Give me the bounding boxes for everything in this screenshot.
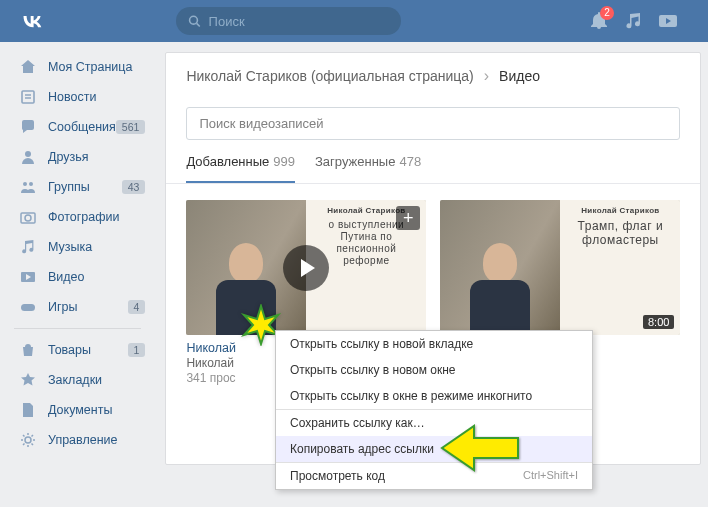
- annotation-arrow-icon: [440, 424, 520, 476]
- market-icon: [18, 340, 38, 360]
- tab-added[interactable]: Добавленные999: [186, 154, 295, 183]
- play-icon[interactable]: [283, 245, 329, 291]
- sidebar-item-admin[interactable]: Управление: [0, 425, 155, 455]
- sidebar-item-label: Музыка: [48, 240, 92, 254]
- home-icon: [18, 57, 38, 77]
- breadcrumb: Николай Стариков (официальная страница) …: [166, 53, 700, 99]
- svg-line-1: [197, 23, 200, 26]
- ctx-label: Копировать адрес ссылки: [290, 442, 434, 456]
- header: 2: [0, 0, 708, 42]
- video-icon: [18, 267, 38, 287]
- notifications-icon[interactable]: 2: [590, 12, 608, 30]
- search-icon: [188, 14, 201, 28]
- sidebar-item-groups[interactable]: Группы43: [0, 172, 155, 202]
- video-thumbnail[interactable]: Николай Стариково выступлении Путина по …: [186, 200, 426, 335]
- search-box[interactable]: [176, 7, 401, 35]
- context-menu: Открыть ссылку в новой вкладке Открыть с…: [275, 330, 593, 490]
- sidebar: Моя Страница Новости Сообщения561 Друзья…: [0, 42, 155, 465]
- breadcrumb-current: Видео: [499, 68, 540, 84]
- svg-point-13: [25, 437, 31, 443]
- notification-badge: 2: [600, 6, 614, 20]
- sidebar-count: 4: [128, 300, 146, 314]
- sidebar-item-label: Управление: [48, 433, 118, 447]
- sidebar-item-music[interactable]: Музыка: [0, 232, 155, 262]
- sidebar-item-label: Сообщения: [48, 120, 116, 134]
- bookmarks-icon: [18, 370, 38, 390]
- context-menu-item-save-link[interactable]: Сохранить ссылку как…: [276, 410, 592, 436]
- sidebar-item-label: Закладки: [48, 373, 102, 387]
- sidebar-item-messages[interactable]: Сообщения561: [0, 112, 155, 142]
- tab-count: 999: [273, 154, 295, 169]
- sidebar-item-market[interactable]: Товары1: [0, 335, 155, 365]
- sidebar-item-label: Друзья: [48, 150, 89, 164]
- context-menu-item-copy-link[interactable]: Копировать адрес ссылки: [276, 436, 592, 462]
- sidebar-count: 561: [116, 120, 146, 134]
- ctx-label: Открыть ссылку в новой вкладке: [290, 337, 473, 351]
- svg-point-6: [25, 151, 31, 157]
- svg-point-7: [23, 182, 27, 186]
- tab-count: 478: [399, 154, 421, 169]
- tab-label: Загруженные: [315, 154, 395, 169]
- sidebar-item-label: Игры: [48, 300, 77, 314]
- sidebar-count: 43: [122, 180, 146, 194]
- sidebar-item-label: Группы: [48, 180, 90, 194]
- sidebar-item-news[interactable]: Новости: [0, 82, 155, 112]
- sidebar-item-games[interactable]: Игры4: [0, 292, 155, 322]
- ctx-label: Открыть ссылку в окне в режиме инкогнито: [290, 389, 532, 403]
- sidebar-item-label: Документы: [48, 403, 112, 417]
- breadcrumb-parent[interactable]: Николай Стариков (официальная страница): [186, 68, 473, 84]
- admin-icon: [18, 430, 38, 450]
- ctx-label: Сохранить ссылку как…: [290, 416, 425, 430]
- ctx-label: Открыть ссылку в новом окне: [290, 363, 456, 377]
- vk-logo-icon[interactable]: [18, 7, 46, 35]
- sidebar-count: 1: [128, 343, 146, 357]
- music-header-icon[interactable]: [624, 12, 642, 30]
- sidebar-separator: [14, 328, 141, 329]
- search-input[interactable]: [209, 14, 389, 29]
- photos-icon: [18, 207, 38, 227]
- sidebar-item-docs[interactable]: Документы: [0, 395, 155, 425]
- video-thumbnail[interactable]: Николай СтариковТрамп, флаг и фломастеры…: [440, 200, 680, 335]
- docs-icon: [18, 400, 38, 420]
- music-icon: [18, 237, 38, 257]
- news-icon: [18, 87, 38, 107]
- chevron-right-icon: ›: [484, 67, 489, 85]
- header-icons: 2: [590, 12, 698, 30]
- thumb-title: Николай Стариков: [568, 206, 672, 215]
- sidebar-item-friends[interactable]: Друзья: [0, 142, 155, 172]
- sidebar-item-photos[interactable]: Фотографии: [0, 202, 155, 232]
- friends-icon: [18, 147, 38, 167]
- sidebar-item-label: Видео: [48, 270, 85, 284]
- tab-uploaded[interactable]: Загруженные478: [315, 154, 421, 183]
- svg-rect-3: [22, 91, 34, 103]
- sidebar-item-label: Моя Страница: [48, 60, 132, 74]
- svg-point-10: [25, 215, 31, 221]
- games-icon: [18, 297, 38, 317]
- svg-point-8: [29, 182, 33, 186]
- context-menu-item-open-incognito[interactable]: Открыть ссылку в окне в режиме инкогнито: [276, 383, 592, 409]
- svg-point-0: [190, 16, 198, 24]
- tab-label: Добавленные: [186, 154, 269, 169]
- video-search-input[interactable]: Поиск видеозаписей: [186, 107, 680, 140]
- video-duration: 8:00: [643, 315, 674, 329]
- ctx-shortcut: Ctrl+Shift+I: [523, 469, 578, 483]
- video-header-icon[interactable]: [658, 12, 678, 30]
- ctx-label: Просмотреть код: [290, 469, 385, 483]
- add-icon[interactable]: +: [396, 206, 420, 230]
- sidebar-item-label: Товары: [48, 343, 91, 357]
- context-menu-item-inspect[interactable]: Просмотреть кодCtrl+Shift+I: [276, 463, 592, 489]
- video-tabs: Добавленные999 Загруженные478: [166, 140, 700, 184]
- thumb-subtitle: Трамп, флаг и фломастеры: [568, 219, 672, 248]
- messages-icon: [18, 117, 38, 137]
- groups-icon: [18, 177, 38, 197]
- context-menu-item-open-new-window[interactable]: Открыть ссылку в новом окне: [276, 357, 592, 383]
- svg-rect-12: [21, 304, 35, 311]
- context-menu-item-open-new-tab[interactable]: Открыть ссылку в новой вкладке: [276, 331, 592, 357]
- sidebar-item-video[interactable]: Видео: [0, 262, 155, 292]
- sidebar-item-label: Новости: [48, 90, 96, 104]
- sidebar-item-bookmarks[interactable]: Закладки: [0, 365, 155, 395]
- sidebar-item-my-page[interactable]: Моя Страница: [0, 52, 155, 82]
- sidebar-item-label: Фотографии: [48, 210, 119, 224]
